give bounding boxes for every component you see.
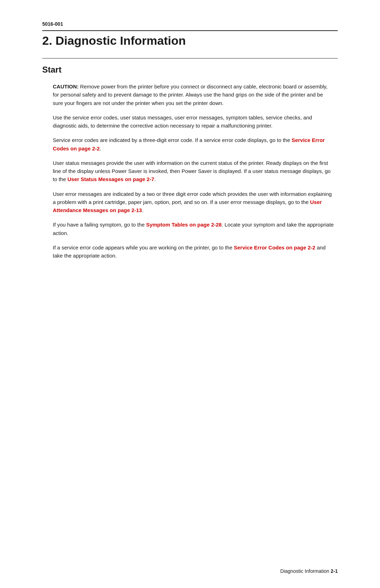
chapter-rule-top (42, 30, 338, 31)
para2-before: Service error codes are indicated by a t… (53, 137, 292, 143)
paragraph-6: If a service error code appears while yo… (53, 243, 334, 260)
paragraph-1: Use the service error codes, user status… (53, 113, 334, 130)
para3-after: . (154, 176, 156, 182)
caution-text: Remove power from the printer before you… (53, 83, 328, 106)
para4-before: User error messages are indicated by a t… (53, 191, 332, 205)
caution-label: CAUTION: (53, 83, 78, 89)
caution-paragraph: CAUTION: Remove power from the printer b… (53, 82, 334, 107)
symptom-tables-link[interactable]: Symptom Tables on page 2-28 (146, 222, 222, 228)
page-container: 5016-001 2. Diagnostic Information Start… (0, 0, 380, 294)
service-error-codes-link-2[interactable]: Service Error Codes on page 2-2 (234, 245, 315, 250)
paragraph-4: User error messages are indicated by a t… (53, 190, 334, 215)
chapter-title: 2. Diagnostic Information (42, 34, 338, 48)
user-status-messages-link[interactable]: User Status Messages on page 2-7 (68, 176, 154, 182)
section-title: Start (42, 65, 338, 75)
para2-after: . (100, 146, 101, 151)
doc-id: 5016-001 (42, 21, 338, 27)
footer-page: 2-1 (331, 568, 338, 574)
para5-before: If you have a failing symptom, go to the (53, 222, 146, 228)
footer-label: Diagnostic Information (280, 568, 331, 574)
para4-after: . (142, 207, 143, 213)
paragraph-2: Service error codes are indicated by a t… (53, 136, 334, 153)
footer: Diagnostic Information 2-1 (280, 568, 338, 574)
paragraph-5: If you have a failing symptom, go to the… (53, 221, 334, 237)
section-rule (42, 58, 338, 58)
paragraph-3: User status messages provide the user wi… (53, 159, 334, 184)
para6-before: If a service error code appears while yo… (53, 245, 234, 250)
